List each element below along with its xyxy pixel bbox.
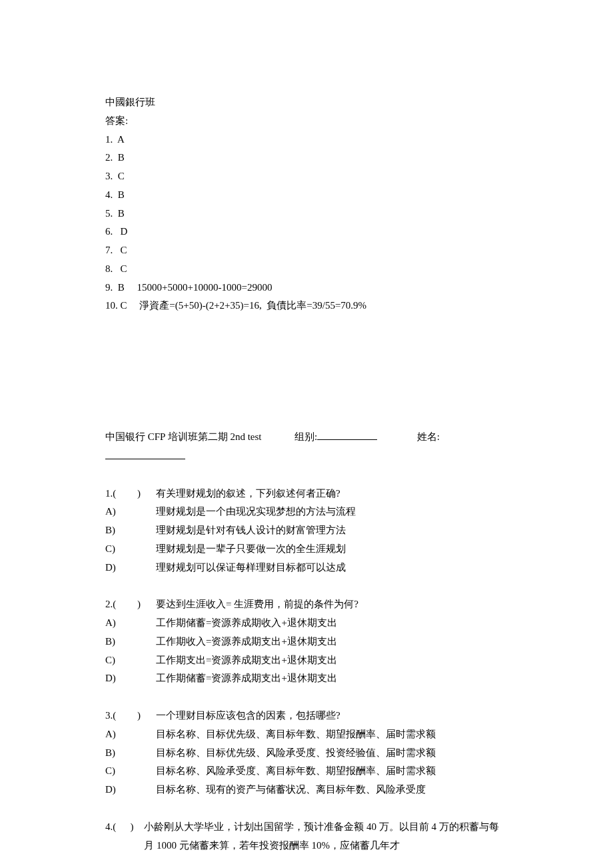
option-text: 工作期储蓄=资源养成期支出+退休期支出 (156, 669, 508, 688)
group-label: 组别: (295, 428, 317, 447)
answer-item: 5. B (105, 205, 508, 223)
option-row: C)工作期支出=资源养成期支出+退休期支出 (105, 651, 508, 670)
question-number: 1.( (105, 485, 120, 503)
name-blank (105, 447, 185, 459)
option-label: D) (105, 669, 156, 688)
group-blank (317, 427, 377, 440)
option-row: B)目标名称、目标优先级、风险承受度、投资经验值、届时需求额 (105, 744, 508, 763)
option-row: A)理财规划是一个由现况实现梦想的方法与流程 (105, 503, 508, 521)
answer-item: 6. D (105, 223, 508, 241)
option-row: A)工作期储蓄=资源养成期收入+退休期支出 (105, 614, 508, 633)
option-text: 理财规划是针对有钱人设计的财富管理方法 (156, 521, 508, 540)
option-label: B) (105, 744, 156, 763)
test-title: 中国银行 CFP 培训班第二期 2nd test (105, 428, 261, 447)
option-text: 目标名称、风险承受度、离目标年数、期望报酬率、届时需求额 (156, 762, 508, 781)
question-stem: 3.()一个理财目标应该包含的因素，包括哪些? (105, 707, 508, 725)
option-text: 理财规划是一个由现况实现梦想的方法与流程 (156, 503, 508, 521)
option-text: 目标名称、现有的资产与储蓄状况、离目标年数、风险承受度 (156, 781, 508, 799)
option-text: 工作期支出=资源养成期支出+退休期支出 (156, 651, 508, 670)
test-header: 中国银行 CFP 培训班第二期 2nd test 组别: 姓名: (105, 427, 508, 466)
question-block: 2.()要达到生涯收入= 生涯费用，前提的条件为何?A)工作期储蓄=资源养成期收… (105, 595, 508, 688)
question-paren: ) (130, 818, 137, 855)
answer-title: 中國銀行班 (105, 93, 508, 112)
answer-label: 答案: (105, 112, 508, 131)
answer-item: 9. B 15000+5000+10000-1000=29000 (105, 279, 508, 297)
option-row: D)目标名称、现有的资产与储蓄状况、离目标年数、风险承受度 (105, 781, 508, 799)
option-label: C) (105, 651, 156, 670)
answer-item: 2. B (105, 149, 508, 167)
option-label: D) (105, 559, 156, 577)
option-row: C)目标名称、风险承受度、离目标年数、期望报酬率、届时需求额 (105, 762, 508, 781)
question-block: 4.()小龄刚从大学毕业，计划出国留学，预计准备金额 40 万。以目前 4 万的… (105, 818, 508, 855)
question-paren: ) (137, 485, 144, 503)
option-row: C)理财规划是一辈子只要做一次的全生涯规划 (105, 540, 508, 559)
option-row: A)目标名称、目标优先级、离目标年数、期望报酬率、届时需求额 (105, 725, 508, 744)
option-row: D)工作期储蓄=资源养成期支出+退休期支出 (105, 669, 508, 688)
question-text: 小龄刚从大学毕业，计划出国留学，预计准备金额 40 万。以目前 4 万的积蓄与每… (144, 818, 508, 855)
answer-item: 10. C 淨資產=(5+50)-(2+2+35)=16, 負債比率=39/55… (105, 297, 508, 315)
option-label: A) (105, 503, 156, 521)
option-text: 理财规划是一辈子只要做一次的全生涯规划 (156, 540, 508, 559)
answer-item: 4. B (105, 186, 508, 205)
question-stem: 2.()要达到生涯收入= 生涯费用，前提的条件为何? (105, 595, 508, 614)
option-label: B) (105, 521, 156, 540)
answer-item: 7. C (105, 241, 508, 260)
option-text: 工作期储蓄=资源养成期收入+退休期支出 (156, 614, 508, 633)
question-number: 3.( (105, 707, 120, 725)
answer-item: 1. A (105, 131, 508, 149)
option-label: A) (105, 614, 156, 633)
answer-item: 8. C (105, 260, 508, 279)
option-text: 目标名称、目标优先级、离目标年数、期望报酬率、届时需求额 (156, 725, 508, 744)
question-stem: 4.()小龄刚从大学毕业，计划出国留学，预计准备金额 40 万。以目前 4 万的… (105, 818, 508, 855)
question-paren: ) (137, 595, 144, 614)
question-text: 一个理财目标应该包含的因素，包括哪些? (156, 707, 508, 725)
option-row: B)理财规划是针对有钱人设计的财富管理方法 (105, 521, 508, 540)
option-row: B)工作期收入=资源养成期支出+退休期支出 (105, 633, 508, 651)
option-text: 理财规划可以保证每样理财目标都可以达成 (156, 559, 508, 577)
option-label: D) (105, 781, 156, 799)
answer-section: 中國銀行班 答案: 1. A2. B3. C4. B5. B6. D7. C8.… (105, 93, 508, 315)
question-stem: 1.()有关理财规划的叙述，下列叙述何者正确? (105, 485, 508, 503)
question-block: 3.()一个理财目标应该包含的因素，包括哪些?A)目标名称、目标优先级、离目标年… (105, 707, 508, 799)
option-label: C) (105, 540, 156, 559)
question-text: 有关理财规划的叙述，下列叙述何者正确? (156, 485, 508, 503)
question-number: 4.( (105, 818, 120, 855)
question-block: 1.()有关理财规划的叙述，下列叙述何者正确?A)理财规划是一个由现况实现梦想的… (105, 485, 508, 577)
option-row: D)理财规划可以保证每样理财目标都可以达成 (105, 559, 508, 577)
question-number: 2.( (105, 595, 120, 614)
option-label: C) (105, 762, 156, 781)
option-label: A) (105, 725, 156, 744)
question-paren: ) (137, 707, 144, 725)
name-label: 姓名: (417, 428, 440, 447)
option-label: B) (105, 633, 156, 651)
question-text: 要达到生涯收入= 生涯费用，前提的条件为何? (156, 595, 508, 614)
answer-item: 3. C (105, 167, 508, 186)
option-text: 工作期收入=资源养成期支出+退休期支出 (156, 633, 508, 651)
option-text: 目标名称、目标优先级、风险承受度、投资经验值、届时需求额 (156, 744, 508, 763)
